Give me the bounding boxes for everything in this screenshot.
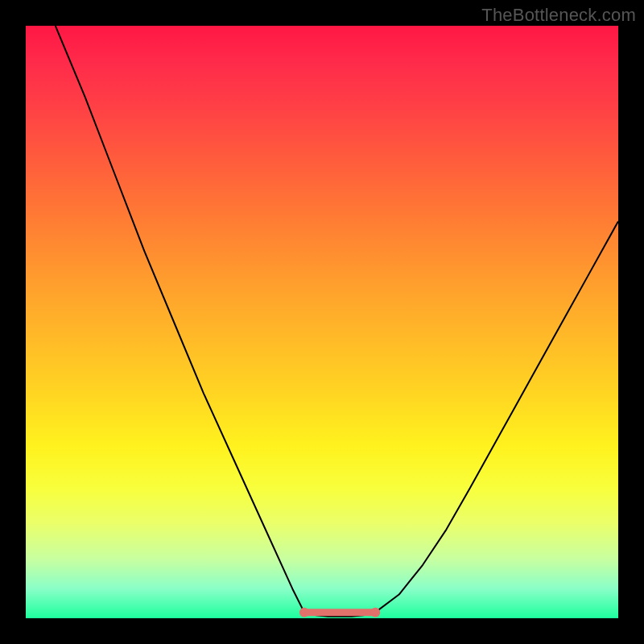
bottleneck-curve [56,26,618,617]
curve-svg [26,26,618,618]
valley-marker-end [299,608,309,617]
valley-marker-end [370,608,380,617]
plot-area [26,26,618,618]
watermark-text: TheBottleneck.com [481,5,636,26]
chart-frame: TheBottleneck.com [0,0,644,644]
